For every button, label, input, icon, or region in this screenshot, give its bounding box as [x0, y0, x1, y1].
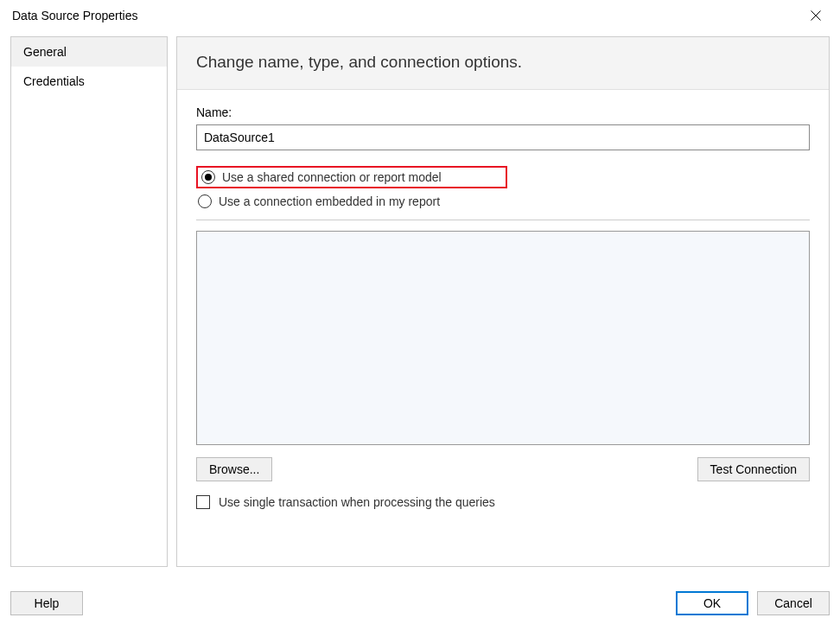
close-button[interactable]	[797, 3, 835, 29]
body: General Credentials Change name, type, a…	[0, 31, 840, 571]
window-title: Data Source Properties	[12, 9, 138, 22]
sidebar-item-general[interactable]: General	[11, 37, 167, 67]
main-panel: Change name, type, and connection option…	[176, 36, 830, 567]
connection-buttons: Browse... Test Connection	[196, 457, 810, 481]
sidebar-item-label: Credentials	[23, 74, 85, 88]
radio-embedded-connection[interactable]: Use a connection embedded in my report	[196, 192, 810, 211]
titlebar: Data Source Properties	[0, 0, 840, 31]
browse-button[interactable]: Browse...	[196, 457, 272, 481]
radio-label: Use a connection embedded in my report	[219, 194, 440, 208]
checkbox-icon	[196, 495, 210, 509]
ok-button[interactable]: OK	[676, 591, 748, 615]
sidebar-item-label: General	[23, 45, 67, 59]
cancel-button[interactable]: Cancel	[757, 591, 830, 615]
radio-shared-connection[interactable]: Use a shared connection or report model	[196, 166, 507, 188]
footer: Help OK Cancel	[10, 591, 830, 615]
connection-listbox[interactable]	[196, 231, 810, 445]
radio-icon	[198, 194, 212, 208]
radio-label: Use a shared connection or report model	[222, 170, 442, 184]
sidebar-item-credentials[interactable]: Credentials	[11, 67, 167, 96]
name-input[interactable]	[196, 124, 810, 150]
sidebar: General Credentials	[10, 36, 168, 567]
footer-right: OK Cancel	[676, 591, 830, 615]
main-heading: Change name, type, and connection option…	[177, 37, 829, 90]
close-icon	[811, 10, 821, 21]
main-content: Name: Use a shared connection or report …	[177, 90, 829, 519]
radio-icon	[201, 170, 215, 184]
divider	[196, 220, 810, 220]
checkbox-label: Use single transaction when processing t…	[219, 495, 495, 509]
connection-type-group: Use a shared connection or report model …	[196, 166, 810, 211]
single-transaction-row[interactable]: Use single transaction when processing t…	[196, 495, 810, 509]
name-label: Name:	[196, 105, 810, 119]
help-button[interactable]: Help	[10, 591, 83, 615]
test-connection-button[interactable]: Test Connection	[697, 457, 810, 481]
